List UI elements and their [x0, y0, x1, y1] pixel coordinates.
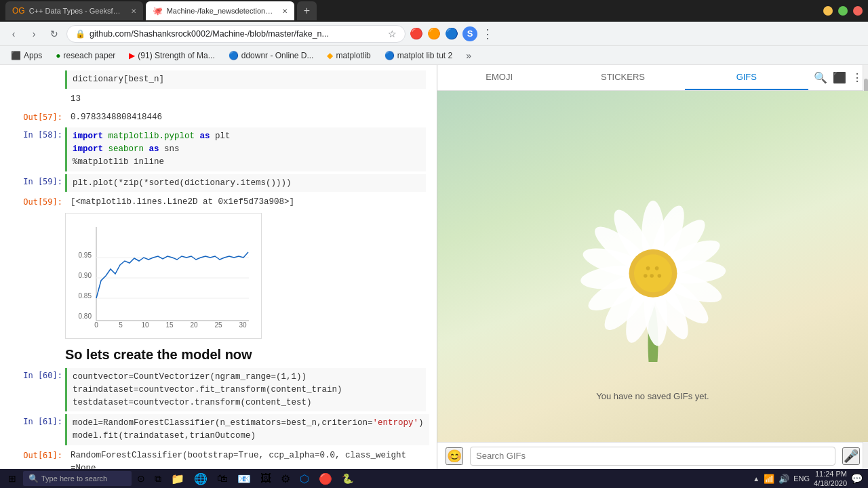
windows-logo: ⊞ [8, 473, 16, 484]
code-model[interactable]: model=RandomForestClassifier(n_estimator… [65, 414, 429, 445]
ext-icon-2[interactable]: 🟠 [427, 27, 441, 40]
cell-row-in58: In [58]: import matplotlib.pyplot as plt… [11, 127, 426, 171]
bookmark-research[interactable]: ● reseach paper [50, 49, 121, 62]
notebook-content[interactable]: dictionary[best_n] 13 Out[57]: 0.9783348… [0, 65, 437, 469]
model-line1: model=RandomForestClassifier(n_estimator… [73, 417, 424, 430]
code-pltplot[interactable]: plt.plot(*zip(*sorted(dictionary.items()… [65, 174, 426, 192]
svg-text:5: 5 [119, 321, 123, 329]
tray-volume[interactable]: 🔊 [778, 474, 789, 484]
mic-icon[interactable]: 🎤 [842, 447, 860, 465]
bookmark-ddownr[interactable]: 🔵 ddownr - Online D... [223, 49, 319, 62]
research-icon: ● [56, 51, 60, 60]
out57-label: Out[57]: [11, 110, 65, 125]
bookmark-youtube[interactable]: ▶ (91) Strength of Ma... [123, 49, 220, 62]
taskbar-taskview[interactable]: ⧉ [151, 471, 165, 486]
ext-icon-3[interactable]: 🔵 [445, 27, 458, 40]
close-button[interactable]: ✕ [853, 6, 863, 16]
svg-text:25: 25 [214, 321, 222, 329]
import-line3: %matplotlib inline [73, 156, 420, 169]
cell-label-empty1 [11, 70, 65, 89]
ext-icon-1[interactable]: 🔴 [410, 27, 423, 40]
cpp-tab-label: C++ Data Types - GeeksforGeeks [29, 7, 124, 15]
maximize-button[interactable]: □ [838, 6, 848, 16]
cpp-tab-close[interactable]: ✕ [131, 7, 136, 15]
reload-button[interactable]: ↻ [46, 26, 62, 42]
apps-label: Apps [24, 51, 42, 60]
grid-panel-icon[interactable]: ⬛ [833, 71, 846, 84]
section-heading: So lets create the model now [65, 347, 426, 363]
taskbar-cortana[interactable]: ⊙ [133, 471, 149, 486]
gif-search-input[interactable] [470, 447, 835, 466]
bookmark-matplotlib2[interactable]: 🔵 matplot lib tut 2 [379, 49, 458, 62]
start-button[interactable]: ⊞ [3, 471, 22, 486]
research-label: reseach paper [64, 51, 116, 60]
chart-line [96, 252, 248, 298]
cv-line3: testdataset=countvector.transform(conten… [73, 396, 420, 409]
svg-point-36 [654, 266, 658, 270]
taskbar-folder[interactable]: 📁 [167, 471, 189, 486]
more-bookmarks-button[interactable]: » [462, 49, 475, 62]
address-bar[interactable]: 🔒 github.com/Shashanksrock0002/Machine-/… [66, 25, 406, 43]
out61-content: RandomForestClassifier(bootstrap=True, c… [65, 448, 426, 469]
taskbar-settings[interactable]: ⚙ [277, 471, 294, 486]
back-button[interactable]: ‹ [5, 26, 22, 42]
tab-github[interactable]: 🐙 Machine-/fake_newsdetection_w... ✕ [146, 1, 294, 20]
search-panel-icon[interactable]: 🔍 [814, 71, 827, 84]
minimize-button[interactable]: – [823, 6, 833, 16]
svg-text:0.85: 0.85 [79, 292, 92, 300]
taskbar-python[interactable]: 🐍 [338, 471, 357, 486]
taskbar-store[interactable]: 🛍 [213, 471, 232, 486]
in59-label: In [59]: [11, 174, 65, 192]
ddownr-label: ddownr - Online D... [241, 51, 314, 60]
notifications-icon[interactable]: 💬 [851, 473, 863, 484]
tray-network[interactable]: 📶 [764, 474, 774, 484]
cell-out-13: 13 [65, 92, 426, 107]
svg-text:30: 30 [239, 321, 247, 329]
out61-value: RandomForestClassifier(bootstrap=True, c… [65, 448, 426, 469]
forward-button[interactable]: › [26, 26, 42, 42]
svg-point-35 [646, 266, 650, 270]
profile-icon[interactable]: S [462, 26, 477, 41]
chart-container: 0.80 0.85 0.90 0.95 0 5 10 15 20 25 30 [65, 213, 262, 339]
svg-text:0: 0 [94, 321, 98, 329]
lock-icon: 🔒 [75, 29, 85, 39]
cell-code-dict: dictionary[best_n] [65, 70, 426, 89]
tab-cpp[interactable]: OG C++ Data Types - GeeksforGeeks ✕ [5, 1, 143, 20]
github-tab-close[interactable]: ✕ [282, 7, 288, 15]
menu-icon[interactable]: ⋮ [481, 26, 494, 41]
taskbar-tray: ▲ 📶 🔊 ENG 11:24 PM 4/18/2020 💬 [753, 469, 865, 488]
svg-text:0.80: 0.80 [79, 312, 92, 320]
taskbar-vscode[interactable]: ⬡ [296, 471, 313, 486]
notebook-panel: dictionary[best_n] 13 Out[57]: 0.9783348… [0, 65, 437, 469]
taskbar-photos[interactable]: 🖼 [256, 471, 275, 486]
more-panel-icon[interactable]: ⋮ [852, 71, 863, 84]
tray-up-arrow[interactable]: ▲ [753, 475, 760, 483]
taskbar-chrome[interactable]: 🔴 [315, 471, 336, 486]
taskbar-search[interactable]: 🔍 Type here to search [23, 471, 132, 486]
import-line2: import seaborn as sns [73, 143, 420, 156]
cell-label-13 [11, 92, 65, 107]
taskbar-mail[interactable]: 📧 [233, 471, 255, 486]
code-imports[interactable]: import matplotlib.pyplot as plt import s… [65, 127, 426, 171]
bookmark-apps[interactable]: ⬛ Apps [5, 49, 47, 62]
yt-icon: ▶ [129, 51, 135, 60]
emoji-panel: EMOJI STICKERS GIFS 🔍 ⬛ ⋮ [437, 65, 868, 469]
code-countvector[interactable]: countvector=CountVectorizer(ngram_range=… [65, 368, 426, 411]
bookmark-matplotlib[interactable]: ◆ matplotlib [321, 49, 376, 62]
out61-label: Out[61]: [11, 448, 65, 469]
new-tab-button[interactable]: + [297, 1, 317, 20]
address-bar-container: ‹ › ↻ 🔒 github.com/Shashanksrock0002/Mac… [0, 22, 868, 46]
mpl-icon: ◆ [327, 51, 333, 60]
emoji-tab-label: EMOJI [486, 72, 513, 82]
mpl2-icon: 🔵 [384, 51, 395, 60]
cell-row-13: 13 [11, 92, 426, 107]
code-dict[interactable]: dictionary[best_n] [65, 70, 426, 89]
star-icon[interactable]: ☆ [388, 28, 397, 39]
svg-text:0.95: 0.95 [79, 251, 92, 259]
taskbar-browser[interactable]: 🌐 [190, 471, 212, 486]
smiley-icon[interactable]: 😊 [446, 447, 463, 465]
system-clock[interactable]: 11:24 PM 4/18/2020 [814, 469, 847, 488]
taskbar: ⊞ 🔍 Type here to search ⊙ ⧉ 📁 🌐 🛍 📧 🖼 ⚙ … [0, 469, 868, 488]
in60-label: In [60]: [11, 368, 65, 411]
cell-row-in59: In [59]: plt.plot(*zip(*sorted(dictionar… [11, 174, 426, 192]
